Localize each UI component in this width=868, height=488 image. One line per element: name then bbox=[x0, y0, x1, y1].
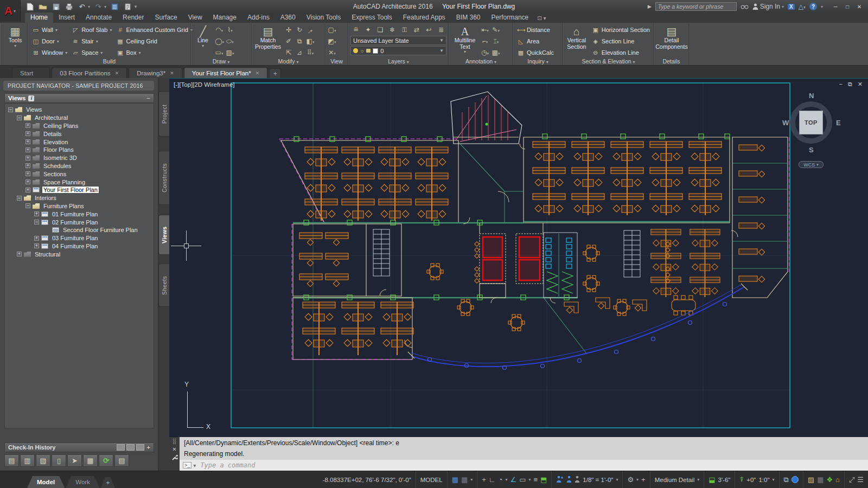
multiline-text-button[interactable]: A Multiline Text▾ bbox=[451, 24, 478, 57]
cut-plane-value[interactable]: 3'-6" bbox=[718, 477, 731, 483]
wcs-menu[interactable]: WCS▾ bbox=[799, 161, 824, 168]
ribbon-tab-annotate[interactable]: Annotate bbox=[80, 12, 117, 23]
expand-icon[interactable] bbox=[25, 131, 30, 136]
infer-constraints-icon[interactable]: + bbox=[482, 476, 486, 484]
erase-icon[interactable]: ✐ bbox=[284, 37, 293, 45]
command-history[interactable]: [All/Center/Dynamic/Extents/Previous/Sca… bbox=[180, 437, 868, 460]
preview-button[interactable]: ▧ bbox=[36, 454, 50, 467]
viewport-close-icon[interactable]: ✕ bbox=[858, 81, 863, 88]
ribbon-tab-addins[interactable]: Add-ins bbox=[242, 12, 275, 23]
arc-icon[interactable]: ◠▾ bbox=[215, 26, 224, 34]
properties-icon[interactable] bbox=[123, 2, 132, 11]
close-button[interactable]: ✕ bbox=[854, 2, 865, 11]
hardware-acceleration-icon[interactable] bbox=[792, 476, 799, 483]
layer-properties-icon[interactable]: ≞ bbox=[352, 26, 360, 34]
leader-icon[interactable]: ✎▾ bbox=[492, 26, 500, 34]
vertical-section-button[interactable]: ⌂ Vertical Section bbox=[565, 24, 588, 57]
detail-level-dropdown-icon[interactable]: ▾ bbox=[697, 477, 699, 482]
tree-item-isometric-3d[interactable]: Isometric 3D bbox=[5, 154, 154, 162]
side-tab-sheets[interactable]: Sheets bbox=[158, 264, 169, 307]
angular-dim-icon[interactable]: ⌐▾ bbox=[481, 37, 489, 45]
keyword-search-input[interactable] bbox=[655, 2, 737, 11]
checkin-tool-icon[interactable] bbox=[136, 444, 144, 451]
enhanced-custom-grid-button[interactable]: #Enhanced Custom Grid▾ bbox=[114, 24, 194, 35]
minimize-button[interactable]: ─ bbox=[830, 2, 841, 11]
ribbon-tab-performance[interactable]: Performance bbox=[486, 12, 534, 23]
ribbon-tab-bim360[interactable]: BIM 360 bbox=[451, 12, 486, 23]
file-tab-03-floor-partitions[interactable]: 03 Floor Partitions✕ bbox=[52, 67, 127, 78]
ceiling-grid-button[interactable]: ▦Ceiling Grid bbox=[114, 36, 194, 47]
tree-item-elevation[interactable]: Elevation bbox=[5, 138, 154, 146]
side-tab-constructs[interactable]: Constructs bbox=[158, 151, 169, 205]
ribbon-display-toggle-icon[interactable]: ⊡ ▾ bbox=[537, 15, 546, 23]
layers-panel-label[interactable]: Layers ▾ bbox=[348, 58, 449, 65]
recent-commands-icon[interactable]: ▾ bbox=[193, 463, 196, 468]
tree-item-details[interactable]: Details bbox=[5, 130, 154, 138]
tree-item-03-furniture-plan[interactable]: 03 Furniture Plan bbox=[5, 234, 154, 242]
expand-icon[interactable] bbox=[25, 163, 30, 168]
expand-section-icon[interactable]: + bbox=[147, 444, 150, 451]
edit-view-button[interactable]: ▥ bbox=[20, 454, 35, 467]
workspace-dropdown-icon[interactable]: ▾ bbox=[636, 477, 639, 482]
details-table-button[interactable]: ▦ bbox=[83, 454, 98, 467]
snap-mode-icon[interactable]: ▦ bbox=[461, 476, 468, 484]
redo-dropdown-icon[interactable]: ▾ bbox=[104, 4, 106, 9]
tree-item-views[interactable]: Views bbox=[5, 106, 154, 114]
viewcube-top-face[interactable]: TOP bbox=[799, 111, 823, 134]
performance-monitor-icon[interactable]: ▨ bbox=[808, 476, 814, 484]
info-icon[interactable]: i bbox=[28, 95, 34, 101]
tag-icon[interactable]: ⌶▾ bbox=[492, 37, 500, 45]
inquiry-panel-label[interactable]: Inquiry ▾ bbox=[513, 58, 563, 65]
expand-icon[interactable] bbox=[25, 147, 30, 152]
tree-item-structural[interactable]: Structural bbox=[5, 250, 154, 258]
scale-icon[interactable]: ⊿ bbox=[295, 49, 304, 56]
viewport-scale-dropdown-icon[interactable]: ▾ bbox=[773, 477, 775, 482]
workspace-gear-icon[interactable]: ⚙ bbox=[627, 476, 634, 484]
ribbon-tab-a360[interactable]: A360 bbox=[275, 12, 301, 23]
tree-item-your-first-floor-plan[interactable]: Your First Floor Plan bbox=[5, 186, 154, 194]
command-prompt-icon[interactable]: >_ bbox=[183, 462, 192, 468]
tree-item-interiors[interactable]: Interiors bbox=[5, 194, 154, 202]
horizontal-section-button[interactable]: ▣Horizontal Section bbox=[590, 24, 652, 35]
tree-item-space-planning[interactable]: Space Planning bbox=[5, 178, 154, 186]
link-select-button[interactable]: ➤ bbox=[67, 454, 82, 467]
undo-dropdown-icon[interactable]: ▾ bbox=[88, 4, 90, 9]
layer-state-dropdown[interactable]: Unsaved Layer State▼ bbox=[350, 36, 446, 45]
polar-dropdown-icon[interactable]: ▾ bbox=[505, 477, 507, 482]
object-snap-icon[interactable]: ▭ bbox=[519, 476, 526, 484]
layout-tab-work[interactable]: Work bbox=[66, 476, 100, 488]
maximize-button[interactable]: □ bbox=[842, 2, 853, 11]
save-icon[interactable] bbox=[51, 2, 61, 11]
close-tab-icon[interactable]: ✕ bbox=[170, 70, 174, 76]
build-panel-label[interactable]: Build bbox=[28, 58, 190, 65]
checkin-tool-icon[interactable] bbox=[126, 444, 135, 451]
layer-lock-icon[interactable]: ⚿ bbox=[400, 26, 409, 34]
viewport-controls-label[interactable]: [-][Top][2D Wireframe] bbox=[174, 81, 234, 88]
xref-notify-icon[interactable]: ❖ bbox=[826, 476, 833, 484]
area-button[interactable]: ◺Area bbox=[515, 36, 560, 47]
expand-icon[interactable] bbox=[34, 236, 39, 241]
a360-icon[interactable]: △▾ bbox=[799, 3, 806, 10]
trusted-autodesk-icon[interactable]: ⌂ bbox=[835, 476, 840, 484]
annotation-scale-person-icon[interactable] bbox=[575, 476, 580, 484]
tools-button[interactable]: ▦ Tools▾ bbox=[2, 24, 28, 57]
collapse-icon[interactable] bbox=[17, 196, 22, 201]
file-tab-your-first-floor-plan[interactable]: Your First Floor Plan*✕ bbox=[184, 67, 267, 78]
ribbon-tab-express-tools[interactable]: Express Tools bbox=[346, 12, 397, 23]
section-panel-label[interactable]: Section & Elevation ▾ bbox=[563, 58, 654, 65]
expand-icon[interactable] bbox=[17, 252, 22, 256]
print-icon[interactable] bbox=[64, 2, 74, 11]
expand-icon[interactable] bbox=[25, 139, 30, 144]
detail-components-button[interactable]: ▤ Detail Components bbox=[656, 24, 687, 57]
close-command-history-icon[interactable]: ✕ bbox=[172, 446, 176, 452]
elevation-value[interactable]: +0" bbox=[746, 477, 756, 483]
file-tab-start[interactable]: Start bbox=[12, 67, 50, 78]
ribbon-tab-manage[interactable]: Manage bbox=[208, 12, 242, 23]
refresh-project-button[interactable]: ⟳ bbox=[99, 454, 113, 467]
ortho-mode-icon[interactable]: ∟ bbox=[489, 476, 496, 484]
qat-customize-icon[interactable]: ▼ bbox=[133, 4, 138, 9]
annotation-scale-dropdown-icon[interactable]: ▾ bbox=[616, 477, 618, 482]
annotation-tools-icon[interactable]: ◷▾ bbox=[481, 49, 489, 56]
polar-tracking-icon[interactable]: ◔ bbox=[499, 476, 503, 484]
line-button[interactable]: ╱ Line▾ bbox=[193, 24, 213, 57]
